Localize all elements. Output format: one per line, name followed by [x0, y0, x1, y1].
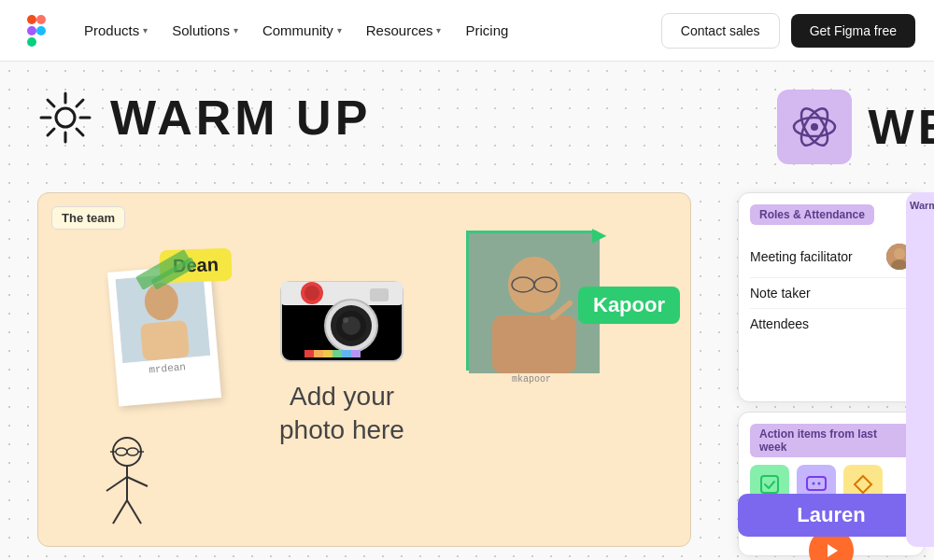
svg-rect-33 — [323, 350, 333, 357]
svg-line-53 — [113, 500, 127, 524]
nav-community-chevron: ▾ — [337, 25, 342, 35]
svg-point-56 — [894, 248, 905, 259]
nav-products-label: Products — [84, 22, 139, 38]
svg-rect-20 — [140, 320, 190, 361]
kapoor-photo-area: mkapoor ▶ Kapoor — [466, 231, 597, 385]
get-figma-button[interactable]: Get Figma free — [791, 14, 915, 48]
svg-rect-34 — [333, 350, 342, 357]
nav-item-resources[interactable]: Resources ▾ — [355, 15, 453, 46]
svg-point-47 — [127, 448, 138, 455]
svg-marker-62 — [828, 544, 838, 557]
nav-pricing-label: Pricing — [465, 22, 508, 38]
nav-solutions-label: Solutions — [172, 22, 230, 38]
kapoor-label: mkapoor — [466, 374, 597, 385]
dean-label: mrdean — [123, 359, 212, 378]
svg-rect-40 — [492, 315, 576, 373]
svg-line-10 — [77, 129, 83, 135]
svg-point-61 — [818, 483, 821, 485]
meeting-facilitator-row: Meeting facilitator — [750, 236, 913, 278]
actions-header: Action items from last week — [750, 424, 913, 457]
team-tag: The team — [51, 206, 125, 230]
nav-community-label: Community — [262, 22, 333, 38]
svg-line-54 — [127, 500, 141, 524]
atom-icon-box — [777, 90, 852, 164]
attendees-label: Attendees — [750, 316, 809, 331]
svg-point-30 — [343, 317, 348, 323]
stick-figure — [90, 435, 164, 532]
navbar: Products ▾ Solutions ▾ Community ▾ Resou… — [0, 0, 934, 62]
wee-text: WEE — [869, 99, 934, 155]
wee-section: WEE — [777, 90, 934, 164]
svg-line-51 — [106, 477, 127, 491]
svg-line-12 — [48, 129, 54, 135]
svg-point-17 — [811, 123, 818, 131]
svg-rect-4 — [27, 37, 36, 47]
svg-point-46 — [116, 448, 127, 455]
kapoor-frame — [466, 231, 597, 371]
nav-resources-chevron: ▾ — [436, 25, 441, 35]
warm-partial-panel: Warm — [906, 192, 934, 547]
nav-solutions-chevron: ▾ — [234, 25, 238, 35]
nav-right: Contact sales Get Figma free — [661, 13, 915, 49]
nav-item-solutions[interactable]: Solutions ▾ — [161, 15, 249, 46]
add-photo-text: Add your photo here — [276, 380, 407, 448]
svg-rect-59 — [807, 477, 826, 490]
team-board: The team mrdean Dean — [37, 192, 691, 547]
svg-rect-36 — [351, 350, 361, 357]
nav-item-products[interactable]: Products ▾ — [73, 15, 159, 46]
cursor-arrow-icon: ▶ — [592, 223, 606, 245]
nav-item-pricing[interactable]: Pricing — [454, 15, 519, 46]
warm-up-text: WARM UP — [110, 90, 371, 146]
main-canvas: WARM UP WEE The team — [0, 62, 934, 560]
svg-rect-2 — [27, 26, 36, 35]
roles-panel: Roles & Attendance Meeting facilitator N… — [738, 192, 925, 402]
meeting-facilitator-label: Meeting facilitator — [750, 249, 853, 264]
svg-line-11 — [77, 100, 83, 106]
roles-header: Roles & Attendance — [750, 204, 874, 225]
contact-sales-button[interactable]: Contact sales — [661, 13, 780, 49]
svg-rect-3 — [36, 26, 46, 35]
dean-polaroid: mrdean — [113, 268, 216, 402]
svg-line-9 — [48, 100, 54, 106]
svg-line-52 — [127, 477, 148, 486]
svg-rect-31 — [304, 350, 314, 357]
camera-icon — [276, 249, 407, 371]
attendees-row: Attendees — [750, 309, 913, 339]
warm-up-section: WARM UP — [37, 90, 371, 146]
lauren-tag: Lauren — [738, 494, 925, 537]
svg-rect-37 — [370, 288, 389, 301]
note-taker-label: Note taker — [750, 286, 811, 301]
svg-rect-1 — [36, 15, 46, 24]
add-photo-placeholder: Add your photo here — [276, 249, 407, 448]
note-taker-row: Note taker — [750, 278, 913, 309]
svg-point-13 — [56, 108, 75, 127]
svg-point-60 — [813, 483, 815, 485]
svg-rect-32 — [314, 350, 323, 357]
svg-rect-35 — [342, 350, 351, 357]
svg-point-25 — [304, 286, 319, 301]
warm-partial-label: Warm — [910, 200, 934, 211]
kapoor-tag: Kapoor — [578, 287, 680, 324]
svg-rect-58 — [761, 476, 778, 493]
nav-items: Products ▾ Solutions ▾ Community ▾ Resou… — [73, 15, 658, 46]
nav-products-chevron: ▾ — [143, 25, 148, 35]
nav-item-community[interactable]: Community ▾ — [251, 15, 353, 46]
figma-logo — [19, 13, 54, 49]
svg-rect-0 — [27, 15, 36, 24]
sunburst-icon — [37, 90, 93, 146]
nav-resources-label: Resources — [366, 22, 433, 38]
